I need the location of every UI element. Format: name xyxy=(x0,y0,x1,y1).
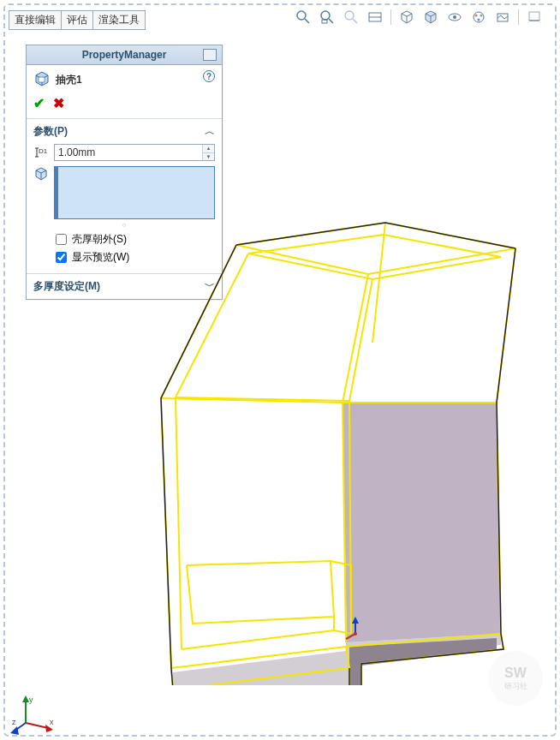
zoom-fit-icon[interactable] xyxy=(295,9,312,26)
svg-rect-16 xyxy=(529,12,539,21)
svg-marker-33 xyxy=(10,726,19,735)
display-style-icon[interactable] xyxy=(422,9,439,26)
pm-title-bar: PropertyManager xyxy=(27,45,222,65)
show-preview-checkbox[interactable] xyxy=(56,252,67,263)
svg-marker-23 xyxy=(352,617,359,624)
svg-point-0 xyxy=(297,11,306,20)
thickness-spinner[interactable]: ▲ ▼ xyxy=(54,144,215,161)
svg-point-13 xyxy=(480,15,483,17)
shell-outward-checkbox[interactable] xyxy=(56,234,67,245)
toolbar-separator-2 xyxy=(518,9,519,25)
ok-button[interactable]: ✔ xyxy=(33,95,45,111)
svg-point-2 xyxy=(321,11,330,20)
svg-point-14 xyxy=(478,19,480,21)
feature-name: 抽壳1 xyxy=(56,73,82,87)
help-icon[interactable]: ? xyxy=(203,70,215,82)
view-triad: y x z xyxy=(10,694,53,728)
spinner-buttons: ▲ ▼ xyxy=(202,145,214,160)
svg-text:y: y xyxy=(29,695,33,704)
toolbar-separator xyxy=(390,9,391,25)
svg-text:x: x xyxy=(50,718,54,726)
view-settings-icon[interactable] xyxy=(526,9,543,26)
pm-confirm-row: ✔ ✖ xyxy=(27,92,222,118)
spin-down[interactable]: ▼ xyxy=(203,153,214,161)
thickness-input[interactable] xyxy=(55,145,202,160)
section-view-icon[interactable] xyxy=(366,9,384,26)
svg-point-25 xyxy=(354,632,357,636)
shell-outward-label: 壳厚朝外(S) xyxy=(72,232,127,247)
thickness-row: D1 ▲ ▼ xyxy=(33,144,215,161)
tab-evaluate[interactable]: 评估 xyxy=(61,10,93,30)
tab-render-tools[interactable]: 渲染工具 xyxy=(92,10,146,30)
hide-show-icon[interactable] xyxy=(446,9,463,26)
dimension-icon: D1 xyxy=(33,145,49,160)
command-tabs: 直接编辑 评估 渲染工具 xyxy=(9,10,145,30)
shell-feature-icon xyxy=(33,70,51,90)
svg-text:z: z xyxy=(12,718,16,726)
svg-line-6 xyxy=(353,19,357,23)
parameters-label: 参数(P) xyxy=(33,124,68,139)
pm-title-text: PropertyManager xyxy=(82,49,167,61)
zoom-area-icon[interactable] xyxy=(319,9,336,26)
view-orientation-icon[interactable] xyxy=(398,9,415,26)
svg-line-29 xyxy=(26,723,48,728)
svg-line-3 xyxy=(329,19,333,23)
cube-icon xyxy=(33,166,49,182)
tab-direct-edit[interactable]: 直接编辑 xyxy=(9,10,62,30)
edit-appearance-icon[interactable] xyxy=(470,9,487,26)
svg-point-5 xyxy=(345,11,354,20)
svg-line-1 xyxy=(305,19,309,23)
view-toolbar xyxy=(295,9,543,26)
svg-point-10 xyxy=(453,15,456,19)
model-preview xyxy=(120,171,539,685)
apply-scene-icon[interactable] xyxy=(494,9,511,26)
origin-marker xyxy=(343,617,368,645)
spin-up[interactable]: ▲ xyxy=(203,145,214,153)
cancel-button[interactable]: ✖ xyxy=(53,95,64,111)
pm-feature-header: 抽壳1 ? xyxy=(27,65,222,92)
parameters-header[interactable]: 参数(P) ︿ xyxy=(33,124,215,139)
svg-marker-27 xyxy=(22,695,29,702)
3d-viewport[interactable] xyxy=(120,171,539,685)
svg-point-12 xyxy=(475,15,478,17)
pin-icon[interactable] xyxy=(203,49,217,61)
svg-text:D1: D1 xyxy=(39,147,48,155)
multi-thickness-label: 多厚度设定(M) xyxy=(33,279,100,294)
svg-marker-19 xyxy=(343,403,501,642)
collapse-icon: ︿ xyxy=(205,124,215,139)
watermark: SW 研习社 xyxy=(488,651,543,706)
prev-view-icon[interactable] xyxy=(343,9,360,26)
